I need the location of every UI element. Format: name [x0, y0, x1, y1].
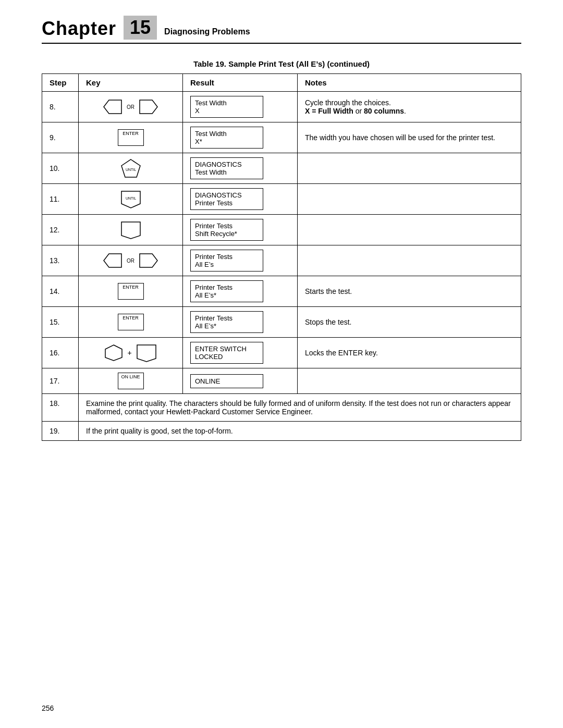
chapter-number: 15 — [124, 16, 157, 40]
step-cell: 11. — [42, 184, 79, 215]
key-cell: UNTIL — [86, 189, 175, 209]
arrow-right-shape — [139, 99, 158, 115]
online-key-label: ON LINE — [121, 375, 140, 380]
para-step-number: 19. — [50, 427, 59, 435]
notes-cell: Stops the test. — [298, 307, 521, 338]
svg-marker-7 — [104, 254, 121, 267]
table-row: 16. + ENTER SWITCHLOCKED Locks — [42, 338, 521, 368]
table-row: 15. ENTER Printer TestsAll E’s* Stops th… — [42, 307, 521, 338]
step-number: 8. — [50, 103, 56, 111]
arrow-left-shape — [103, 253, 123, 268]
result-box: DIAGNOSTICSPrinter Tests — [190, 188, 263, 210]
col-header-key: Key — [79, 74, 183, 92]
page-number: 256 — [42, 704, 54, 712]
key-cell: ENTER — [86, 314, 175, 330]
key-cell: OR — [86, 99, 175, 115]
step-cell: 14. — [42, 276, 79, 307]
step-number: 14. — [50, 287, 59, 295]
arrow-left-shape — [103, 99, 123, 115]
result-box: DIAGNOSTICSTest Width — [190, 157, 263, 179]
table-row: 11. UNTIL DIAGNOSTICSPrinter Tests — [42, 184, 521, 215]
key-cell-container: ENTER — [79, 307, 183, 338]
enter-key-label: ENTER — [123, 131, 139, 137]
page: Chapter 15 Diagnosing Problems Table 19.… — [0, 0, 563, 728]
table-row: 17. ON LINE ONLINE — [42, 368, 521, 394]
step-cell: 12. — [42, 215, 79, 245]
enter-key-shape: ENTER — [118, 283, 144, 300]
para-row: 19. If the print quality is good, set th… — [42, 422, 521, 441]
table-row: 14. ENTER Printer TestsAll E’s* Starts t… — [42, 276, 521, 307]
result-box: Printer TestsAll E’s* — [190, 311, 263, 333]
notes-cell: The width you have chosen will be used f… — [298, 122, 521, 153]
result-cell: Printer TestsAll E’s — [183, 245, 298, 276]
svg-marker-0 — [104, 100, 121, 114]
result-cell: Printer TestsAll E’s* — [183, 307, 298, 338]
step-number: 13. — [50, 256, 59, 265]
notes-cell — [298, 153, 521, 184]
table-row: 9. ENTER Test WidthX* The width you have… — [42, 122, 521, 153]
col-header-notes: Notes — [298, 74, 521, 92]
step-cell: 9. — [42, 122, 79, 153]
para-text-cell: Examine the print quality. The character… — [79, 394, 521, 422]
step-number: 9. — [50, 133, 56, 142]
notes-cell — [298, 215, 521, 245]
enter-key-shape: ENTER — [118, 314, 144, 330]
result-cell: Printer TestsAll E’s* — [183, 276, 298, 307]
col-header-step: Step — [42, 74, 79, 92]
key-cell — [86, 220, 175, 240]
combo-left-shape — [104, 344, 123, 362]
enter-rect: ENTER — [118, 129, 144, 146]
plus-label: + — [127, 349, 131, 357]
notes-cell — [298, 245, 521, 276]
table-row: 13. OR Printer TestsAll E’s — [42, 245, 521, 276]
key-cell: ENTER — [86, 129, 175, 146]
result-box: ONLINE — [190, 374, 263, 388]
key-cell: ENTER — [86, 283, 175, 300]
table-row: 12. Printer TestsShift Recycle* — [42, 215, 521, 245]
svg-marker-1 — [140, 100, 157, 114]
key-cell-container: UNTIL — [79, 153, 183, 184]
or-label: OR — [127, 104, 134, 110]
step-cell: 15. — [42, 307, 79, 338]
result-cell: ONLINE — [183, 368, 298, 394]
svg-marker-8 — [140, 254, 157, 267]
key-cell-container: OR — [79, 92, 183, 122]
step-cell: 17. — [42, 368, 79, 394]
notes-cell — [298, 184, 521, 215]
para-step-cell: 18. — [42, 394, 79, 422]
notes-cell — [298, 368, 521, 394]
step-cell: 13. — [42, 245, 79, 276]
step-cell: 10. — [42, 153, 79, 184]
chapter-label: Chapter — [42, 18, 116, 40]
pentagon-down-shape: UNTIL — [120, 189, 141, 209]
online-rect: ON LINE — [118, 373, 144, 389]
key-cell-container: ENTER — [79, 276, 183, 307]
svg-marker-10 — [137, 345, 156, 362]
step-number: 15. — [50, 318, 59, 326]
key-cell-container: + — [79, 338, 183, 368]
step-number: 12. — [50, 226, 59, 234]
result-cell: DIAGNOSTICSPrinter Tests — [183, 184, 298, 215]
result-box: Test WidthX — [190, 96, 263, 118]
key-cell: + — [86, 343, 175, 363]
svg-marker-9 — [105, 345, 122, 361]
online-key-shape: ON LINE — [118, 373, 144, 389]
para-row: 18. Examine the print quality. The chara… — [42, 394, 521, 422]
pentagon-neutral-shape — [120, 220, 141, 240]
table-header-row: Step Key Result Notes — [42, 74, 521, 92]
step-number: 10. — [50, 164, 59, 172]
svg-marker-6 — [121, 222, 140, 239]
key-cell-container — [79, 215, 183, 245]
result-box: ENTER SWITCHLOCKED — [190, 342, 263, 364]
enter-key-shape: ENTER — [118, 129, 144, 146]
result-cell: Printer TestsShift Recycle* — [183, 215, 298, 245]
key-cell: ON LINE — [86, 373, 175, 389]
para-text-cell: If the print quality is good, set the to… — [79, 422, 521, 441]
arrow-right-shape — [139, 253, 158, 268]
key-cell-container: OR — [79, 245, 183, 276]
page-header: Chapter 15 Diagnosing Problems — [42, 16, 521, 44]
result-cell: Test WidthX* — [183, 122, 298, 153]
result-box: Test WidthX* — [190, 127, 263, 149]
main-table: Step Key Result Notes 8. OR — [42, 73, 521, 441]
step-number: 11. — [50, 195, 59, 203]
